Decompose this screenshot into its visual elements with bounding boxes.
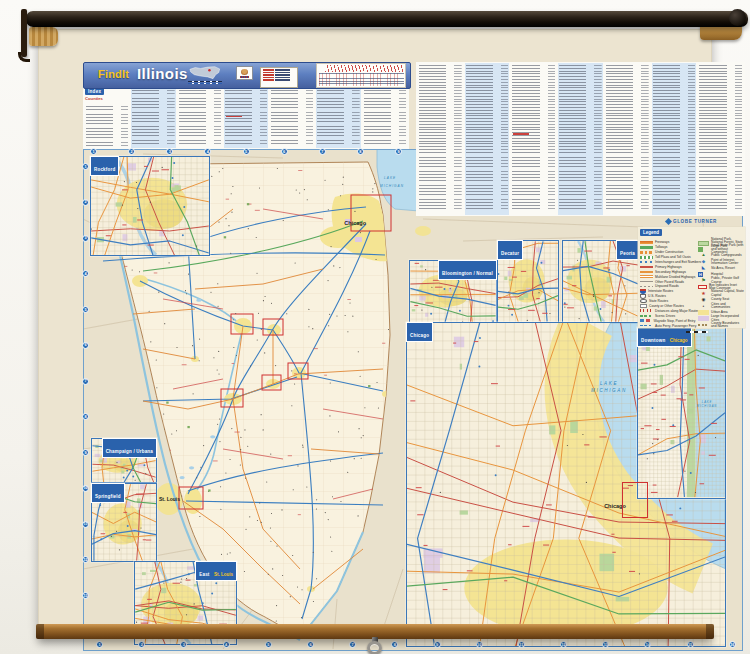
grid-number: 11 [82,521,89,528]
legend-swatch [640,271,653,273]
legend-swatch [640,261,653,264]
grid-number: 5 [82,306,89,313]
inset-label: Peoria [616,240,639,260]
legend-swatch [698,316,709,321]
grid-number: 6 [281,148,288,155]
inset-label: Champaign / Urbana [102,438,157,458]
legend-swatch [640,286,653,287]
grid-numbers-left: 1234567891011121314 [82,163,90,635]
state-flag [236,66,253,80]
inset-label: Rockford [90,156,119,176]
roller-hook-left [18,52,30,62]
grid-number: 14 [644,641,651,648]
index-column [363,88,407,148]
legend-item: Auto Ferry, Passenger Ferry [640,323,696,328]
grid-number: 6 [307,641,314,648]
grid-number: 15 [687,641,694,648]
grid-number: 5 [265,641,272,648]
grid-number: 4 [223,641,230,648]
roller-finial [729,9,746,26]
inset-label: Chicago [406,322,433,342]
legend-swatch [698,266,709,271]
inset-downtown-chicago: Downtown Chicago [637,327,726,499]
grid-numbers-top: 123456789 [90,148,402,156]
legend-swatch [698,291,709,296]
publisher-logo-row: GLOBE TURNER [638,216,745,226]
grid-number: 1 [82,163,89,170]
inset-peoria: Peoria [562,240,639,323]
grid-number: 12 [82,556,89,563]
map-sheet: FindIt Illinois Index Counties [38,29,712,627]
state-title: Illinois [137,65,188,82]
grid-number: 8 [391,641,398,648]
illinois-marker-dot [208,69,210,71]
us-locator-map [187,64,223,80]
legend-swatch [698,324,709,325]
st-louis-label: St. Louis [159,496,180,502]
grid-number: 13 [602,641,609,648]
inset-label: Springfield [91,483,125,503]
legend-swatch [698,297,709,302]
legend-swatch [698,253,709,258]
legend-swatch [640,281,653,282]
roller-bracket-left [21,9,27,57]
index-column [178,88,222,148]
index-column [465,63,510,215]
grid-number: 12 [560,641,567,648]
legend-left-column: Freeways Tollways Under Construction Tol… [640,240,696,328]
grid-number: 2 [82,199,89,206]
pull-ring-handle[interactable] [367,641,382,654]
grid-number: 5 [243,148,250,155]
index-column [698,63,743,215]
legend-swatch [640,256,653,259]
scale-bar [188,81,222,85]
grid-number: 8 [357,148,364,155]
downtown-scale-bar [686,331,708,333]
grid-number: 16 [729,641,736,648]
grid-number: 13 [82,592,89,599]
legend-badge: Legend [640,229,662,236]
index-badge: Index [85,88,104,95]
index-column [511,63,556,215]
legend-swatch [698,247,703,252]
grid-number: 9 [395,148,402,155]
index-column [316,88,360,148]
index-panel-left: Index Counties [83,87,409,149]
inset-label: Downtown Chicago [637,327,692,347]
index-column [558,63,603,215]
legend-swatch [640,304,647,309]
legend-swatch [698,285,707,290]
inset-rockford: Rockford [90,156,210,256]
chicago-label: Chicago [344,220,366,226]
counties-label: Counties [85,96,103,101]
inset-springfield: Springfield [91,483,157,562]
legend-swatch [698,278,709,283]
inset-label: Decatur [497,240,523,260]
legend-swatch [698,304,709,309]
legend-swatch [640,325,653,326]
legend-panel: Legend Freeways Tollways Under Construct… [638,227,745,328]
index-column [270,88,314,148]
mileage-chart [316,63,406,88]
title-banner: FindIt Illinois [83,62,411,89]
grid-number: 10 [82,485,89,492]
svg-text:MICHIGAN: MICHIGAN [380,184,404,188]
legend-swatch [640,246,653,249]
grid-number: 2 [128,148,135,155]
grid-number: 11 [518,641,525,648]
legend-swatch [698,272,703,277]
grid-number: 9 [82,449,89,456]
inset-label: Bloomington / Normal [438,260,497,280]
lake-michigan-label: LAKE [384,176,396,180]
state-facts-box [260,67,298,88]
legend-swatch [640,315,653,317]
legend-item: National Capital, State Capital [698,290,744,296]
grid-number: 2 [138,641,145,648]
grid-number: 3 [180,641,187,648]
grid-number: 4 [204,148,211,155]
wall-map-product-photo: FindIt Illinois Index Counties [0,0,750,654]
top-roller-bar [26,11,748,27]
downtown-chicago-minimap [638,328,725,498]
index-column [605,63,650,215]
grid-number: 8 [82,413,89,420]
